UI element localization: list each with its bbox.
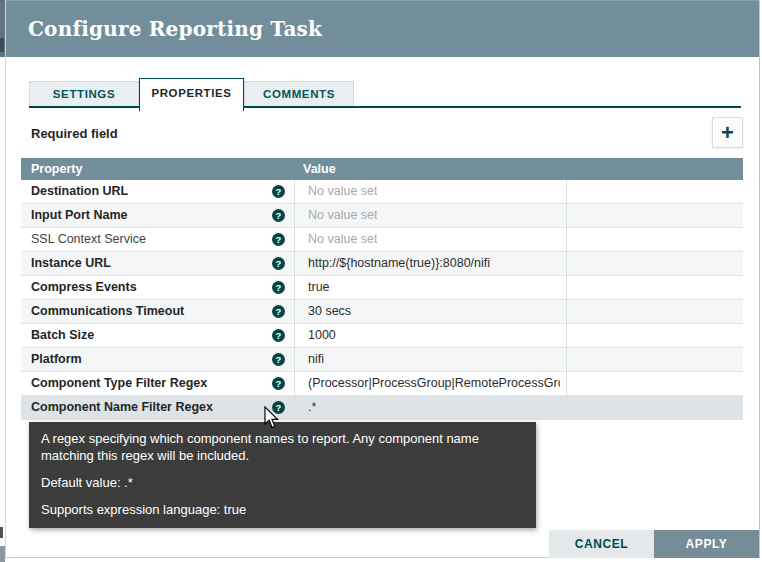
property-name: SSL Context Service — [31, 228, 146, 251]
help-icon[interactable]: ? — [272, 305, 285, 318]
tab-properties[interactable]: PROPERTIES — [139, 78, 244, 111]
table-row[interactable]: Instance URL ? http://${hostname(true)}:… — [21, 252, 743, 276]
tooltip-description: A regex specifying which component names… — [41, 430, 524, 464]
screen: Configure Reporting Task SETTINGS PROPER… — [0, 0, 762, 562]
property-name: Communications Timeout — [31, 300, 184, 323]
column-divider — [294, 204, 295, 227]
properties-table: Property Value Destination URL ? No valu… — [21, 158, 743, 420]
column-divider — [566, 204, 567, 227]
table-row-highlighted[interactable]: Component Name Filter Regex ? .* — [21, 396, 743, 420]
configure-reporting-task-dialog: Configure Reporting Task SETTINGS PROPER… — [5, 0, 760, 558]
dialog-title: Configure Reporting Task — [28, 17, 322, 41]
column-header-property: Property — [31, 158, 82, 180]
property-name: Destination URL — [31, 180, 128, 203]
column-divider — [566, 252, 567, 275]
table-row[interactable]: Component Type Filter Regex ? (Processor… — [21, 372, 743, 396]
property-value[interactable]: No value set — [308, 180, 377, 203]
column-divider — [294, 228, 295, 251]
tooltip-default-value: Default value: .* — [41, 474, 524, 491]
property-value[interactable]: 1000 — [308, 324, 336, 347]
column-divider — [294, 348, 295, 371]
tab-settings[interactable]: SETTINGS — [29, 81, 139, 107]
mouse-cursor-icon — [263, 406, 280, 431]
column-divider — [566, 276, 567, 299]
column-divider — [566, 180, 567, 203]
column-divider — [294, 396, 295, 419]
help-icon[interactable]: ? — [272, 257, 285, 270]
table-row[interactable]: SSL Context Service ? No value set — [21, 228, 743, 252]
property-name: Component Name Filter Regex — [31, 396, 213, 419]
column-divider — [566, 372, 567, 395]
column-divider — [566, 396, 567, 419]
add-property-button[interactable]: + — [712, 117, 743, 148]
column-divider — [566, 300, 567, 323]
apply-button[interactable]: APPLY — [654, 530, 759, 558]
background-notch-lower — [0, 527, 3, 538]
column-divider — [294, 324, 295, 347]
column-divider — [294, 252, 295, 275]
table-row[interactable]: Batch Size ? 1000 — [21, 324, 743, 348]
column-divider — [294, 372, 295, 395]
help-icon[interactable]: ? — [272, 329, 285, 342]
property-value[interactable]: nifi — [308, 348, 324, 371]
column-divider — [566, 348, 567, 371]
cancel-button[interactable]: CANCEL — [549, 530, 654, 558]
property-name: Batch Size — [31, 324, 94, 347]
help-icon[interactable]: ? — [272, 281, 285, 294]
required-field-label: Required field — [31, 126, 118, 141]
property-name: Platform — [31, 348, 82, 371]
property-value[interactable]: http://${hostname(true)}:8080/nifi — [308, 252, 490, 275]
plus-icon: + — [713, 119, 742, 146]
column-divider — [566, 228, 567, 251]
tab-comments[interactable]: COMMENTS — [244, 81, 354, 107]
property-name: Component Type Filter Regex — [31, 372, 207, 395]
help-icon[interactable]: ? — [272, 209, 285, 222]
property-name: Compress Events — [31, 276, 137, 299]
property-value[interactable]: 30 secs — [308, 300, 351, 323]
table-row[interactable]: Platform ? nifi — [21, 348, 743, 372]
table-header-row: Property Value — [21, 158, 743, 180]
column-divider — [294, 300, 295, 323]
help-icon[interactable]: ? — [272, 233, 285, 246]
table-row[interactable]: Input Port Name ? No value set — [21, 204, 743, 228]
property-value[interactable]: No value set — [308, 204, 377, 227]
property-help-tooltip: A regex specifying which component names… — [29, 422, 536, 528]
table-row[interactable]: Destination URL ? No value set — [21, 180, 743, 204]
help-icon[interactable]: ? — [272, 377, 285, 390]
property-value[interactable]: No value set — [308, 228, 377, 251]
help-icon[interactable]: ? — [272, 185, 285, 198]
background-notch-upper — [0, 38, 4, 52]
table-row[interactable]: Communications Timeout ? 30 secs — [21, 300, 743, 324]
tab-underline — [29, 106, 741, 108]
column-divider — [294, 276, 295, 299]
column-divider — [294, 180, 295, 203]
tooltip-expression-language: Supports expression language: true — [41, 501, 524, 518]
column-header-value: Value — [303, 158, 336, 180]
column-divider — [566, 324, 567, 347]
help-icon[interactable]: ? — [272, 353, 285, 366]
background-sliver-bottom — [0, 546, 5, 562]
property-value[interactable]: (Processor|ProcessGroup|RemoteProcessGro… — [308, 372, 560, 395]
property-name: Input Port Name — [31, 204, 128, 227]
property-name: Instance URL — [31, 252, 111, 275]
property-value[interactable]: .* — [308, 396, 316, 419]
property-value[interactable]: true — [308, 276, 330, 299]
dialog-header: Configure Reporting Task — [6, 0, 759, 57]
table-row[interactable]: Compress Events ? true — [21, 276, 743, 300]
